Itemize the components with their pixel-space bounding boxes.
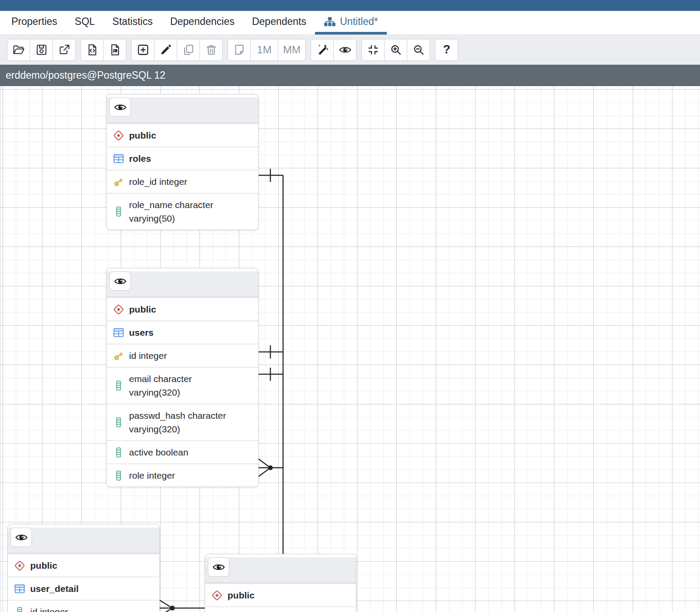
download-image-button[interactable] [103, 39, 126, 61]
help-icon: ? [440, 43, 453, 56]
generate-sql-icon [86, 43, 99, 56]
toggle-details-eye-button[interactable] [109, 271, 131, 291]
table-node-header [205, 557, 356, 583]
svg-text:?: ? [443, 43, 450, 56]
zoom-to-fit-button[interactable] [361, 39, 385, 61]
show-details-button[interactable] [333, 39, 357, 61]
column-icon [113, 447, 124, 458]
eye-icon [114, 103, 126, 112]
zoom-in-button[interactable] [384, 39, 407, 61]
column-row-label: id integer [129, 349, 167, 362]
zoom-out-button[interactable] [407, 39, 430, 61]
schema-row-label: public [129, 303, 156, 316]
schema-icon [113, 130, 124, 141]
column-row: role integer [107, 463, 258, 487]
edit-table-button[interactable] [154, 39, 177, 61]
column-row: passwd_hash character varying(320) [107, 403, 258, 440]
table-node-user_detail[interactable]: publicuser_detailid integer [7, 524, 160, 612]
column-row: id integer [107, 344, 258, 367]
schema-icon [113, 304, 124, 315]
erd-toolbar: 1MMM? [0, 35, 700, 65]
column-icon [113, 206, 124, 217]
add-note-button [228, 39, 251, 61]
toolbar-button-label: 1M [257, 44, 271, 56]
show-details-icon [339, 43, 352, 56]
schema-row-label: public [30, 559, 57, 572]
toggle-details-eye-button[interactable] [208, 557, 229, 577]
sitemap-icon [324, 17, 336, 27]
column-icon [113, 470, 124, 481]
table-name-row: user_detail [8, 577, 159, 600]
schema-icon [211, 590, 223, 601]
tab-untitled[interactable]: Untitled* [315, 11, 387, 35]
schema-row: public [205, 583, 356, 606]
eye-icon [15, 533, 28, 542]
relationship-junction-dot [170, 606, 175, 611]
edit-table-icon [159, 43, 172, 56]
connection-title: erddemo/postgres@PostgreSQL 12 [6, 70, 165, 81]
relationship-junction-dot [268, 466, 273, 470]
tab-sql[interactable]: SQL [66, 11, 104, 35]
table-icon [113, 153, 124, 164]
toolbar-group-3 [131, 39, 223, 61]
help-button[interactable]: ? [435, 39, 458, 61]
generate-sql-button[interactable] [80, 39, 104, 61]
column-row-label: role_name character varying(50) [129, 198, 232, 225]
add-table-button[interactable] [131, 39, 154, 61]
download-image-icon [108, 43, 122, 56]
table-name-row: rules [205, 606, 356, 612]
auto-align-button[interactable] [311, 39, 334, 61]
table-name-row: roles [107, 146, 258, 170]
tab-label: Untitled* [340, 16, 378, 28]
open-project-icon [12, 43, 25, 56]
column-row: active boolean [107, 440, 258, 463]
erd-canvas[interactable]: publicrolesrole_id integerrole_name char… [0, 86, 700, 612]
add-table-icon [136, 43, 150, 56]
table-icon [113, 327, 124, 338]
column-row-label: role integer [129, 469, 175, 482]
toolbar-group-2 [80, 39, 126, 61]
column-icon [113, 417, 124, 428]
column-row: role_id integer [107, 170, 258, 193]
tab-properties[interactable]: Properties [3, 11, 66, 35]
schema-row-label: public [129, 129, 156, 142]
1m-relation-button: 1M [250, 39, 278, 61]
column-icon [113, 380, 124, 391]
toolbar-group-1 [7, 39, 76, 61]
table-name-row-label: user_detail [30, 582, 79, 595]
toggle-details-eye-button[interactable] [10, 528, 32, 547]
zoom-to-fit-icon [367, 43, 380, 56]
schema-row: public [8, 553, 159, 577]
toggle-details-eye-button[interactable] [109, 97, 131, 117]
table-name-row-label: roles [129, 152, 151, 165]
column-row-label: passwd_hash character varying(320) [129, 409, 232, 436]
toolbar-group-6 [361, 39, 430, 61]
panel-tab-bar: PropertiesSQLStatisticsDependenciesDepen… [0, 11, 700, 35]
column-row-label: active boolean [129, 445, 188, 459]
table-node-rules[interactable]: publicrules [205, 554, 356, 612]
primary-key-icon [113, 350, 124, 362]
zoom-out-icon [412, 43, 425, 56]
schema-icon [14, 560, 25, 571]
column-row-label: id integer [30, 605, 68, 612]
tab-dependencies[interactable]: Dependencies [161, 11, 243, 35]
table-node-users[interactable]: publicusersid integeremail character var… [106, 268, 259, 487]
save-as-button[interactable] [52, 39, 76, 61]
table-icon [14, 583, 25, 595]
tab-statistics[interactable]: Statistics [104, 11, 161, 35]
toolbar-button-label: MM [283, 44, 301, 56]
tab-dependents[interactable]: Dependents [243, 11, 315, 35]
tab-label: Statistics [112, 16, 153, 28]
tab-label: SQL [75, 16, 95, 28]
save-as-icon [58, 43, 71, 56]
window-top-bar [0, 0, 700, 11]
toolbar-group-4: 1MMM [228, 39, 306, 61]
table-node-roles[interactable]: publicrolesrole_id integerrole_name char… [106, 94, 259, 230]
save-project-button[interactable] [30, 39, 53, 61]
open-project-button[interactable] [7, 39, 30, 61]
schema-row: public [107, 297, 258, 320]
table-node-header [107, 97, 258, 123]
table-node-header [107, 271, 258, 297]
add-note-icon [233, 43, 246, 56]
drop-table-button [200, 39, 223, 61]
